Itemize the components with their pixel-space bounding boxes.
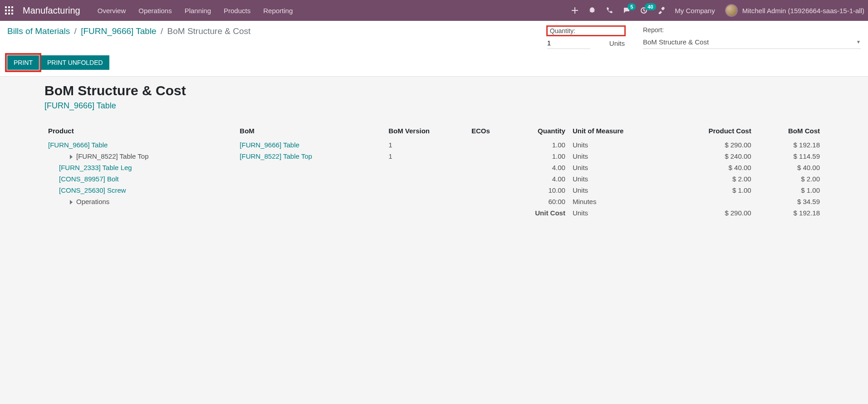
total-bom-cost: $ 192.18 (755, 207, 824, 219)
phone-icon[interactable] (606, 7, 613, 14)
qty-cell: 1.00 (525, 139, 569, 151)
bom-cost-cell: $ 192.18 (755, 139, 824, 151)
col-bom: BoM (236, 124, 385, 139)
total-label: Unit Cost (525, 207, 569, 219)
version-cell (385, 173, 468, 185)
breadcrumb-root[interactable]: Bills of Materials (7, 26, 70, 36)
user-menu[interactable]: Mitchell Admin (15926664-saas-15-1-all) (725, 4, 864, 17)
activity-badge: 40 (645, 3, 656, 10)
svg-rect-0 (5, 6, 7, 8)
product-cost-cell: $ 240.00 (686, 151, 755, 162)
qty-cell: 4.00 (525, 162, 569, 173)
uom-cell: Units (569, 151, 686, 162)
table-row: [FURN_2333] Table Leg4.00Units$ 40.00$ 4… (44, 162, 824, 173)
col-product: Product (44, 124, 236, 139)
apps-icon[interactable] (4, 5, 15, 16)
breadcrumb: Bills of Materials / [FURN_9666] Table /… (7, 26, 542, 36)
bom-cost-cell: $ 2.00 (755, 173, 824, 185)
col-ecos: ECOs (468, 124, 525, 139)
qty-cell: 4.00 (525, 173, 569, 185)
col-product-cost: Product Cost (686, 124, 755, 139)
breadcrumb-sep: / (74, 26, 77, 36)
svg-rect-6 (5, 13, 7, 15)
report-label: Report: (643, 26, 861, 34)
product-cost-cell: $ 40.00 (686, 162, 755, 173)
table-row: Operations60:00Minutes$ 34.59 (44, 196, 824, 207)
svg-rect-4 (8, 10, 10, 11)
report-subtitle: [FURN_9666] Table (44, 101, 824, 111)
breadcrumb-item[interactable]: [FURN_9666] Table (81, 26, 157, 36)
company-selector[interactable]: My Company (675, 7, 715, 15)
total-row: Unit Cost Units $ 290.00 $ 192.18 (44, 207, 824, 219)
product-cell: [FURN_8522] Table Top (76, 152, 149, 160)
control-buttons: PRINT PRINT UNFOLDED (7, 55, 861, 70)
version-cell (385, 185, 468, 196)
nav-item-reporting[interactable]: Reporting (263, 7, 293, 15)
svg-rect-5 (11, 10, 13, 11)
nav-item-planning[interactable]: Planning (185, 7, 211, 15)
bom-cell[interactable]: [FURN_8522] Table Top (240, 152, 312, 160)
activity-icon[interactable]: 40 (640, 7, 647, 14)
report-title: BoM Structure & Cost (44, 83, 824, 98)
tools-icon[interactable] (657, 7, 665, 14)
uom-cell: Units (569, 162, 686, 173)
nav-item-overview[interactable]: Overview (98, 7, 126, 15)
version-cell: 1 (385, 151, 468, 162)
report-field: Report: BoM Structure & Cost ▼ (643, 26, 861, 49)
control-fields: Quantity: Units Report: BoM Structure & … (547, 26, 861, 49)
qty-cell: 60:00 (525, 196, 569, 207)
units-label: Units (609, 39, 625, 47)
product-cell[interactable]: [CONS_25630] Screw (59, 186, 126, 194)
svg-rect-3 (5, 10, 7, 11)
ecos-cell (468, 139, 525, 151)
svg-rect-1 (8, 6, 10, 8)
quantity-label: Quantity: (547, 26, 625, 35)
bom-cost-cell: $ 1.00 (755, 185, 824, 196)
version-cell (385, 196, 468, 207)
col-quantity: Quantity (525, 124, 569, 139)
product-cost-cell: $ 1.00 (686, 185, 755, 196)
report-content: BoM Structure & Cost [FURN_9666] Table P… (0, 77, 868, 225)
chat-icon[interactable]: 5 (623, 7, 630, 14)
product-cell[interactable]: [FURN_2333] Table Leg (59, 164, 132, 171)
caret-down-icon: ▼ (856, 39, 861, 44)
expand-caret-icon[interactable] (70, 200, 73, 204)
report-select[interactable]: BoM Structure & Cost ▼ (643, 35, 861, 49)
bom-cost-cell: $ 40.00 (755, 162, 824, 173)
col-version: BoM Version (385, 124, 468, 139)
control-panel: Bills of Materials / [FURN_9666] Table /… (0, 21, 868, 77)
navbar-left: Manufacturing Overview Operations Planni… (4, 5, 293, 16)
total-product-cost: $ 290.00 (686, 207, 755, 219)
total-uom: Units (569, 207, 686, 219)
uom-cell: Units (569, 173, 686, 185)
breadcrumb-current: BoM Structure & Cost (167, 26, 251, 36)
col-bom-cost: BoM Cost (755, 124, 824, 139)
product-cell[interactable]: [FURN_9666] Table (48, 141, 108, 149)
nav-item-products[interactable]: Products (224, 7, 250, 15)
bom-cost-cell: $ 34.59 (755, 196, 824, 207)
product-cost-cell: $ 290.00 (686, 139, 755, 151)
svg-rect-2 (11, 6, 13, 8)
report-selected: BoM Structure & Cost (643, 38, 709, 46)
table-row: [CONS_25630] Screw10.00Units$ 1.00$ 1.00 (44, 185, 824, 196)
table-header-row: Product BoM BoM Version ECOs Quantity Un… (44, 124, 824, 139)
bom-cost-cell: $ 114.59 (755, 151, 824, 162)
table-row: [CONS_89957] Bolt4.00Units$ 2.00$ 2.00 (44, 173, 824, 185)
ecos-cell (468, 196, 525, 207)
navbar-right: 5 40 My Company Mitchell Admin (15926664… (571, 4, 864, 17)
quantity-input[interactable] (547, 37, 590, 49)
bug-icon[interactable] (588, 7, 596, 14)
qty-cell: 10.00 (525, 185, 569, 196)
table-row: [FURN_8522] Table Top[FURN_8522] Table T… (44, 151, 824, 162)
nav-item-operations[interactable]: Operations (138, 7, 172, 15)
svg-rect-7 (8, 13, 10, 15)
expand-caret-icon[interactable] (70, 155, 73, 159)
print-unfolded-button[interactable]: PRINT UNFOLDED (41, 55, 109, 70)
product-cell[interactable]: [CONS_89957] Bolt (59, 175, 119, 183)
plus-icon[interactable] (571, 7, 579, 14)
control-panel-row: Bills of Materials / [FURN_9666] Table /… (7, 26, 861, 49)
print-button[interactable]: PRINT (7, 55, 39, 70)
bom-cell[interactable]: [FURN_9666] Table (240, 141, 299, 149)
app-brand[interactable]: Manufacturing (23, 5, 80, 16)
ecos-cell (468, 162, 525, 173)
